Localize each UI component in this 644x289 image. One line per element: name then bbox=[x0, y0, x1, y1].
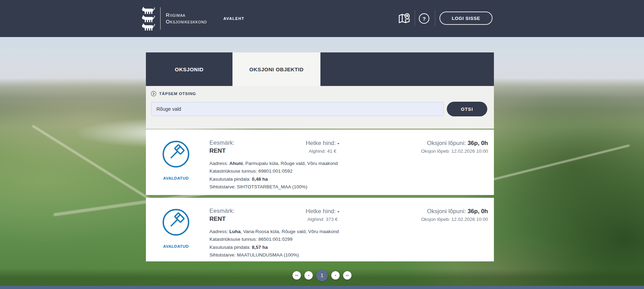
address-label: Aadress: bbox=[209, 161, 229, 166]
address-label: Aadress: bbox=[209, 229, 229, 234]
land-use-line: Sihtotstarve: MAATULUNDUSMAA (100%) bbox=[209, 251, 339, 259]
tab-bar: OKSJONID OKSJONI OBJEKTID bbox=[146, 52, 494, 86]
brand-line-2: Oksjonikeskkond bbox=[166, 19, 207, 25]
gavel-icon bbox=[162, 140, 190, 168]
purpose-label: Eesmärk: bbox=[209, 207, 235, 215]
auction-object-card[interactable]: AVALDATUD Eesmärk: RENT Hetke hind: - Al… bbox=[146, 130, 494, 195]
price-block: Hetke hind: - Alghind: 41 € bbox=[286, 139, 360, 154]
time-left-label: Oksjoni lõpuni: bbox=[427, 140, 467, 146]
object-details: Aadress: Ahuni, Parmupalu küla, Rõuge va… bbox=[209, 160, 338, 191]
map-icon[interactable] bbox=[398, 12, 411, 25]
road-decoration bbox=[484, 144, 630, 183]
purpose-block: Eesmärk: RENT bbox=[209, 139, 235, 155]
logo-divider bbox=[160, 7, 161, 30]
address-name: Ahuni bbox=[229, 161, 243, 166]
object-details: Aadress: Luha, Vana-Roosa küla, Rõuge va… bbox=[209, 228, 339, 259]
area-label: Kasutusala pindala: bbox=[209, 245, 252, 250]
auction-object-card[interactable]: AVALDATUD Eesmärk: RENT Hetke hind: - Al… bbox=[146, 198, 494, 261]
current-price-label: Hetke hind: bbox=[306, 208, 338, 215]
header-divider bbox=[435, 11, 435, 26]
pagination-first-button[interactable]: «« bbox=[293, 271, 301, 280]
purpose-value: RENT bbox=[209, 215, 235, 223]
footer-strip bbox=[0, 286, 644, 289]
address-rest: , Parmupalu küla, Rõuge vald, Võru maako… bbox=[243, 161, 338, 166]
cadastre-line: Katastriüksuse tunnus: 69801:001:0592 bbox=[209, 167, 338, 175]
price-block: Hetke hind: - Alghind: 373 € bbox=[286, 207, 360, 222]
area-line: Kasutusala pindala: 0,48 ha bbox=[209, 175, 338, 183]
area-label: Kasutusala pindala: bbox=[209, 176, 252, 182]
pagination-next-button[interactable]: » bbox=[331, 271, 340, 280]
advanced-search-toggle[interactable]: TÄPSEM OTSING bbox=[151, 91, 196, 96]
tab-oksjonid[interactable]: OKSJONID bbox=[146, 52, 232, 86]
time-left-label: Oksjoni lõpuni: bbox=[427, 208, 467, 215]
purpose-label: Eesmärk: bbox=[209, 139, 235, 147]
pagination: «« « 1 » »» bbox=[0, 269, 644, 282]
advanced-search-label: TÄPSEM OTSING bbox=[159, 92, 196, 96]
area-value: 8,57 ha bbox=[252, 245, 268, 250]
area-value: 0,48 ha bbox=[252, 176, 268, 182]
current-price-value: - bbox=[338, 140, 340, 146]
login-button[interactable]: LOGI SISSE bbox=[439, 12, 493, 25]
land-use-line: Sihtotstarve: SIHTOTSTARBETA_MAA (100%) bbox=[209, 183, 338, 191]
header-divider bbox=[415, 11, 415, 26]
current-price-value: - bbox=[338, 208, 340, 215]
purpose-block: Eesmärk: RENT bbox=[209, 207, 235, 223]
area-line: Kasutusala pindala: 8,57 ha bbox=[209, 244, 339, 251]
estonia-coat-of-arms-logo bbox=[141, 6, 156, 31]
tab-oksjoni-objektid[interactable]: OKSJONI OBJEKTID bbox=[232, 52, 320, 86]
pagination-page-1[interactable]: 1 bbox=[316, 270, 328, 281]
address-rest: , Vana-Roosa küla, Rõuge vald, Võru maak… bbox=[240, 229, 339, 234]
gavel-icon bbox=[162, 208, 190, 236]
status-badge: AVALDATUD bbox=[148, 176, 204, 180]
status-badge: AVALDATUD bbox=[148, 244, 204, 248]
auction-end-datetime: Oksjon lõpeb: 12.02.2026 10:00 bbox=[421, 217, 488, 222]
purpose-value: RENT bbox=[209, 147, 235, 155]
pagination-last-button[interactable]: »» bbox=[343, 271, 351, 280]
brand-line-1: Riigimaa bbox=[166, 12, 207, 19]
auction-end-block: Oksjoni lõpuni: 36p, 0h Oksjon lõpeb: 12… bbox=[421, 207, 488, 222]
auction-end-datetime: Oksjon lõpeb: 12.02.2026 10:00 bbox=[421, 149, 488, 154]
search-panel: TÄPSEM OTSING OTSI bbox=[146, 86, 494, 129]
nav-item-home[interactable]: AVALEHT bbox=[223, 16, 244, 21]
search-input[interactable] bbox=[151, 102, 444, 116]
time-left-value: 36p, 0h bbox=[467, 208, 488, 215]
help-icon[interactable]: ? bbox=[419, 13, 429, 24]
site-brand: Riigimaa Oksjonikeskkond bbox=[166, 12, 207, 25]
top-header: Riigimaa Oksjonikeskkond AVALEHT ? LOGI … bbox=[0, 0, 644, 37]
current-price-label: Hetke hind: bbox=[306, 140, 338, 146]
road-decoration bbox=[32, 125, 160, 207]
address-line: Aadress: Luha, Vana-Roosa küla, Rõuge va… bbox=[209, 228, 339, 236]
start-price: Alghind: 373 € bbox=[286, 217, 360, 222]
search-button[interactable]: OTSI bbox=[447, 102, 487, 116]
time-left-value: 36p, 0h bbox=[467, 140, 488, 146]
chevron-circle-icon bbox=[151, 91, 156, 96]
pagination-prev-button[interactable]: « bbox=[304, 271, 313, 280]
start-price: Alghind: 41 € bbox=[286, 149, 360, 154]
auction-end-block: Oksjoni lõpuni: 36p, 0h Oksjon lõpeb: 12… bbox=[421, 139, 488, 154]
address-line: Aadress: Ahuni, Parmupalu küla, Rõuge va… bbox=[209, 160, 338, 167]
help-glyph: ? bbox=[422, 16, 425, 22]
address-name: Luha bbox=[229, 229, 240, 234]
cadastre-line: Katastriüksuse tunnus: 86501:001:0299 bbox=[209, 236, 339, 243]
